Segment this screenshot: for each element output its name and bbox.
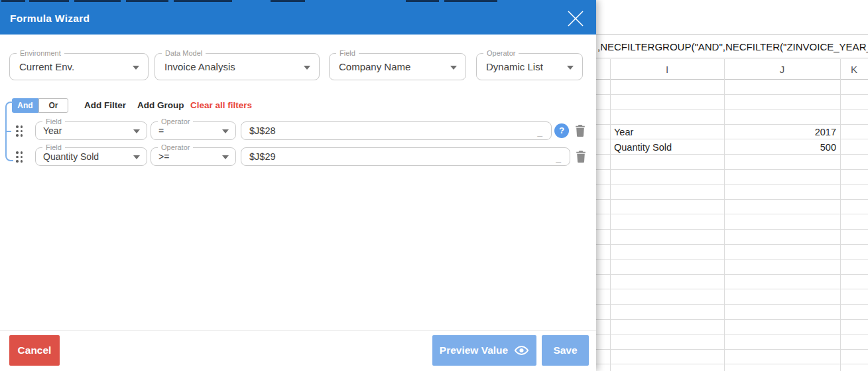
or-toggle-button[interactable]: Or xyxy=(38,98,68,113)
cell-quantity-label[interactable]: Quantity Sold xyxy=(614,140,672,155)
filter2-field-value: Quantity Sold xyxy=(43,148,128,165)
spreadsheet-pane: ,NECFILTERGROUP("AND",NECFILTER("ZINVOIC… xyxy=(596,0,868,371)
filter1-field-select[interactable]: Field Year xyxy=(35,121,147,140)
dialog-header: Formula Wizard xyxy=(0,0,596,35)
cell-year-value[interactable]: 2017 xyxy=(724,125,836,139)
dialog-title: Formula Wizard xyxy=(10,0,90,35)
add-filter-button[interactable]: Add Filter xyxy=(84,100,126,110)
grid-vline xyxy=(610,59,611,371)
formula-bar[interactable]: ,NECFILTERGROUP("AND",NECFILTER("ZINVOIC… xyxy=(596,35,868,58)
chevron-down-icon xyxy=(133,66,139,70)
input-cursor: _ xyxy=(556,153,561,163)
operator-value: Dynamic List xyxy=(486,54,564,80)
trash-icon[interactable] xyxy=(575,125,586,137)
data-model-select[interactable]: Data Model Invoice Analysis xyxy=(155,53,320,80)
cancel-button[interactable]: Cancel xyxy=(9,335,60,366)
filter2-operator-value: >= xyxy=(158,148,217,165)
column-header-k[interactable]: K xyxy=(840,59,868,80)
filter2-value-text: $J$29 xyxy=(249,148,276,165)
column-header-j[interactable]: J xyxy=(724,59,840,80)
filter1-operator-value: = xyxy=(158,122,217,139)
formula-text: ,NECFILTERGROUP("AND",NECFILTER("ZINVOIC… xyxy=(597,41,868,52)
formula-wizard-dialog: Formula Wizard Environment Current Env. … xyxy=(0,0,596,371)
drag-handle-icon[interactable] xyxy=(16,125,25,137)
filter1-value-input[interactable]: $J$28 _ xyxy=(241,121,552,140)
grid-vline xyxy=(724,59,725,371)
filter2-operator-select[interactable]: Operator >= xyxy=(151,147,236,166)
filter2-value-input[interactable]: $J$29 _ xyxy=(241,147,570,166)
chevron-down-icon xyxy=(222,129,229,133)
input-cursor: _ xyxy=(537,127,542,137)
chevron-down-icon xyxy=(222,155,229,159)
column-header-i[interactable]: I xyxy=(610,59,724,80)
eye-icon xyxy=(514,345,529,356)
filter1-operator-select[interactable]: Operator = xyxy=(151,121,236,140)
filter2-field-select[interactable]: Field Quantity Sold xyxy=(35,147,147,166)
environment-value: Current Env. xyxy=(19,54,129,80)
field-select[interactable]: Field Company Name xyxy=(329,53,466,80)
data-model-value: Invoice Analysis xyxy=(164,54,300,80)
add-group-button[interactable]: Add Group xyxy=(137,100,184,110)
chevron-down-icon xyxy=(133,155,140,159)
field-value: Company Name xyxy=(339,54,447,80)
filter-group-bracket-tick xyxy=(5,131,11,132)
sheet-row-quantity: Quantity Sold 500 xyxy=(596,140,868,155)
grid-vline xyxy=(840,59,841,371)
chevron-down-icon xyxy=(304,66,310,70)
environment-select[interactable]: Environment Current Env. xyxy=(9,53,149,80)
chevron-down-icon xyxy=(450,66,457,70)
sheet-grid[interactable] xyxy=(596,80,868,371)
sheet-row-year: Year 2017 xyxy=(596,125,868,139)
filter1-value-text: $J$28 xyxy=(249,122,276,139)
clear-all-filters-button[interactable]: Clear all filters xyxy=(190,100,252,110)
cell-quantity-value[interactable]: 500 xyxy=(724,140,836,155)
drag-handle-icon[interactable] xyxy=(16,151,25,163)
preview-value-button[interactable]: Preview Value xyxy=(432,335,536,366)
cell-year-label[interactable]: Year xyxy=(614,125,633,139)
footer-divider xyxy=(0,330,596,331)
chevron-down-icon xyxy=(567,66,574,70)
operator-select[interactable]: Operator Dynamic List xyxy=(476,53,583,80)
and-toggle-button[interactable]: And xyxy=(12,98,38,113)
preview-value-label: Preview Value xyxy=(440,344,508,356)
help-icon[interactable]: ? xyxy=(554,123,569,138)
trash-icon[interactable] xyxy=(576,151,586,163)
close-icon[interactable] xyxy=(566,9,586,29)
chevron-down-icon xyxy=(133,129,140,133)
filter1-field-value: Year xyxy=(43,122,128,139)
screen: ,NECFILTERGROUP("AND",NECFILTER("ZINVOIC… xyxy=(0,0,868,371)
column-header-row: I J K xyxy=(596,59,868,80)
save-button[interactable]: Save xyxy=(542,335,589,366)
